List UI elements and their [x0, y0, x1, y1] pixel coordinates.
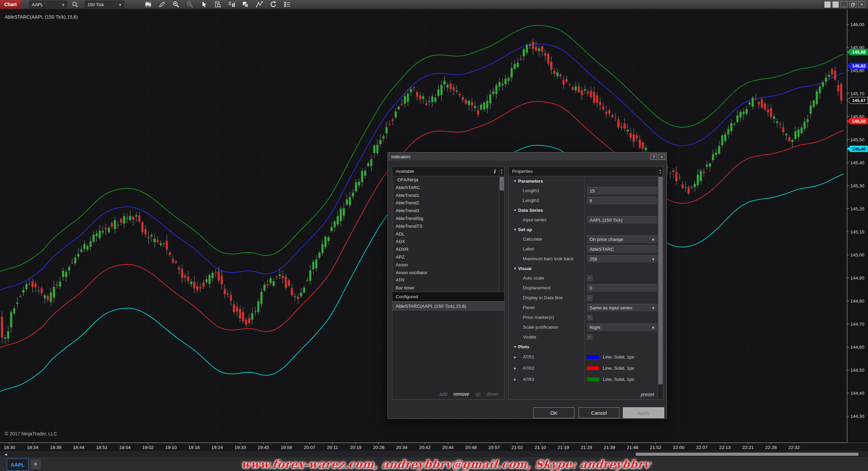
list-spinner[interactable]: ▲ ▼ [499, 167, 504, 176]
checkbox-checked[interactable]: ✓ [587, 275, 592, 281]
value-input[interactable]: AAPL (150 Tick) [587, 216, 657, 224]
spin-up-icon[interactable]: ▲ [500, 169, 503, 171]
close-button[interactable]: × [858, 1, 865, 7]
time-axis[interactable]: 18:3018:3418:3918:4418:5118:5419:0219:10… [0, 443, 868, 451]
panels-icon[interactable] [241, 0, 250, 9]
available-item[interactable]: AbleTrend1 [392, 192, 504, 200]
available-item[interactable]: AbleSTARC [392, 184, 504, 192]
dialog-title-bar[interactable]: Indicators ? × [388, 152, 667, 161]
zoom-in-icon[interactable] [172, 0, 180, 9]
collapse-icon[interactable]: ▼ [513, 179, 518, 183]
value-dropdown[interactable]: Same as input series∨ [587, 304, 657, 311]
draw-icon[interactable] [158, 0, 166, 9]
polyline-icon[interactable] [255, 0, 264, 9]
chart-style-icon[interactable] [144, 0, 153, 9]
remove-button[interactable]: remove [453, 391, 469, 397]
restore-button[interactable] [849, 1, 856, 7]
plot-color-swatch[interactable] [587, 377, 599, 381]
horizontal-scrollbar[interactable]: ◀ [0, 451, 868, 456]
bar-type-icon[interactable] [227, 0, 236, 9]
zoom-out-icon[interactable] [185, 0, 194, 9]
expand-icon[interactable]: ▶ [514, 355, 518, 359]
checkbox-checked[interactable]: ✓ [587, 315, 592, 320]
ok-button[interactable]: OK [533, 407, 574, 418]
available-indicator-list[interactable]: OFA/NinjaAbleSTARCAbleTrend1AbleTrend2Ab… [392, 176, 504, 292]
add-tab-button[interactable]: + [31, 459, 41, 469]
expand-icon[interactable]: ▶ [514, 367, 518, 370]
available-item[interactable]: Bar timer [392, 284, 504, 292]
checkbox-checked[interactable]: ✓ [587, 334, 592, 340]
chart-menu-tab[interactable]: Chart [0, 0, 21, 9]
minimize-button[interactable]: _ [841, 1, 848, 7]
scrollbar-thumb[interactable] [500, 177, 504, 190]
svg-text:20:34: 20:34 [396, 445, 408, 450]
spin-up-icon[interactable]: ▲ [659, 169, 662, 171]
value-input[interactable]: 0 [587, 284, 657, 292]
collapse-icon[interactable]: ▼ [513, 208, 518, 212]
cancel-button[interactable]: Cancel [578, 407, 619, 418]
interval-select[interactable]: 150 Tick ∨ [85, 1, 124, 8]
info-icon[interactable]: i [494, 169, 495, 174]
configured-indicator-list[interactable]: AbleSTARC(AAPL (150 Tick),15,6) [392, 302, 504, 389]
available-item[interactable]: AbleTrendTS [392, 223, 504, 230]
scroll-left-icon[interactable]: ◀ [1, 452, 10, 457]
available-item[interactable]: Aroon [392, 261, 504, 269]
svg-text:22:13: 22:13 [719, 445, 731, 450]
property-group-data-series[interactable]: ▼Data Series [509, 205, 663, 215]
plot-color-swatch[interactable] [587, 366, 599, 370]
price-axis[interactable]: 146,00145,90145,80145,70145,60145,50145,… [847, 9, 868, 443]
collapse-icon[interactable]: ▼ [513, 267, 518, 270]
close-icon[interactable]: × [658, 154, 665, 160]
expand-icon[interactable]: ▶ [514, 378, 518, 381]
available-item[interactable]: Aroon oscillator [392, 269, 504, 277]
instrument-select[interactable]: AAPL ∨ [29, 1, 67, 8]
collapse-icon[interactable]: ▼ [513, 228, 518, 231]
available-item[interactable]: ATR [392, 277, 504, 284]
available-item[interactable]: AbleTrend2 [392, 199, 504, 207]
spin-down-icon[interactable]: ▼ [659, 172, 662, 174]
help-button[interactable]: ? [650, 154, 657, 160]
available-item[interactable]: APZ [392, 253, 504, 261]
cursor-icon[interactable] [199, 0, 208, 9]
down-button[interactable]: down [487, 391, 498, 397]
plot-color-swatch[interactable] [587, 355, 599, 359]
property-group-set-up[interactable]: ▼Set up [509, 225, 663, 234]
available-item[interactable]: ADX [392, 238, 504, 246]
available-item[interactable]: AbleTrendSig [392, 215, 504, 223]
available-item[interactable]: OFA/Ninja [392, 176, 504, 184]
scrollbar-thumb[interactable] [636, 453, 859, 456]
window-button-a[interactable] [824, 1, 831, 8]
preset-link[interactable]: preset [641, 392, 654, 397]
reload-icon[interactable] [269, 0, 278, 9]
value-input[interactable]: AbleSTARC [587, 245, 657, 253]
apply-button[interactable]: Apply [623, 407, 664, 418]
collapse-icon[interactable]: ▼ [513, 345, 518, 349]
value-input[interactable]: 6 [587, 197, 657, 204]
value-input[interactable]: 15 [587, 187, 657, 194]
available-scrollbar[interactable] [499, 176, 504, 292]
svg-text:20:48: 20:48 [465, 445, 477, 450]
configured-item-selected[interactable]: AbleSTARC(AAPL (150 Tick),15,6) [392, 302, 504, 310]
chevron-down-icon: ∨ [652, 306, 654, 310]
property-group-parameters[interactable]: ▼Parameters [509, 176, 663, 186]
property-group-plots[interactable]: ▼Plots [509, 342, 663, 351]
value-dropdown[interactable]: Right∨ [587, 324, 657, 331]
available-item[interactable]: ADL [392, 230, 504, 238]
available-item[interactable]: ADXR [392, 246, 504, 253]
tab-aapl[interactable]: AAPL [7, 458, 28, 471]
window-button-b[interactable] [832, 1, 839, 8]
up-button[interactable]: up [475, 391, 481, 397]
spin-down-icon[interactable]: ▼ [500, 172, 503, 174]
data-box-icon[interactable] [213, 0, 222, 9]
add-button[interactable]: add [439, 391, 447, 397]
property-group-visual[interactable]: ▼Visual [509, 264, 663, 273]
properties-scrollbar[interactable] [658, 176, 663, 399]
properties-spinner[interactable]: ▲ ▼ [657, 167, 663, 176]
properties-icon[interactable] [283, 0, 292, 9]
checkbox-checked[interactable]: ✓ [587, 295, 592, 301]
search-icon[interactable] [71, 0, 79, 9]
value-dropdown[interactable]: 256∨ [587, 255, 657, 263]
available-item[interactable]: AbleTrend3 [392, 207, 504, 215]
scrollbar-thumb[interactable] [658, 177, 663, 384]
value-dropdown[interactable]: On price change∨ [587, 236, 657, 243]
